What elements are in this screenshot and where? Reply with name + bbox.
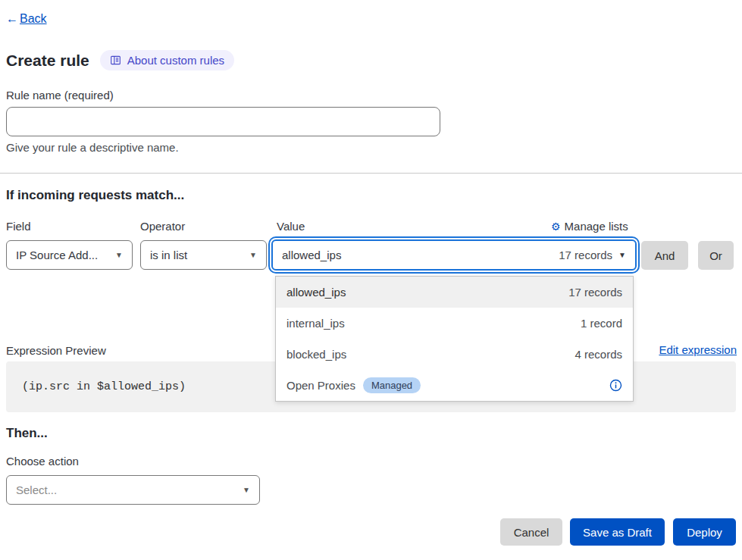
- match-section-heading: If incoming requests match...: [6, 188, 184, 203]
- list-name: blocked_ips: [286, 348, 346, 361]
- dropdown-option-open-proxies[interactable]: Open Proxies Managed: [276, 370, 633, 401]
- value-select-value: allowed_ips: [282, 249, 341, 261]
- book-icon: [110, 55, 121, 66]
- cancel-button[interactable]: Cancel: [500, 518, 562, 546]
- list-records: 17 records: [568, 286, 622, 299]
- then-section-heading: Then...: [6, 426, 48, 441]
- operator-label: Operator: [140, 220, 185, 233]
- expression-preview-label: Expression Preview: [6, 344, 106, 357]
- manage-lists-label: Manage lists: [565, 220, 628, 233]
- value-label: Value: [277, 220, 305, 233]
- list-name: internal_ips: [286, 317, 345, 330]
- managed-badge: Managed: [363, 377, 421, 393]
- edit-expression-link[interactable]: Edit expression: [659, 343, 737, 356]
- manage-lists-link[interactable]: ⚙ Manage lists: [551, 220, 637, 233]
- chevron-down-icon: ▼: [249, 251, 257, 259]
- deploy-button[interactable]: Deploy: [673, 518, 736, 546]
- expression-code: (ip.src in $allowed_ips): [22, 380, 186, 393]
- about-custom-rules-badge[interactable]: About custom rules: [100, 50, 234, 70]
- dropdown-option-blocked-ips[interactable]: blocked_ips 4 records: [276, 339, 633, 370]
- field-select-value: IP Source Add...: [16, 249, 98, 261]
- choose-action-label: Choose action: [6, 455, 79, 468]
- value-dropdown-menu: allowed_ips 17 records internal_ips 1 re…: [275, 276, 634, 402]
- action-select[interactable]: Select... ▼: [6, 475, 260, 505]
- info-icon[interactable]: [609, 379, 622, 392]
- dropdown-option-internal-ips[interactable]: internal_ips 1 record: [276, 308, 633, 339]
- dropdown-option-allowed-ips[interactable]: allowed_ips 17 records: [276, 277, 633, 308]
- page-header: Create rule About custom rules: [6, 50, 234, 70]
- rule-name-helper: Give your rule a descriptive name.: [6, 141, 179, 154]
- value-records-count: 17 records: [559, 249, 612, 261]
- or-button[interactable]: Or: [698, 241, 734, 270]
- list-records: 4 records: [575, 348, 622, 361]
- save-as-draft-button[interactable]: Save as Draft: [570, 518, 665, 546]
- operator-select-value: is in list: [150, 249, 187, 261]
- create-rule-page: ←Back Create rule About custom rules Rul…: [0, 0, 742, 560]
- list-name: allowed_ips: [286, 286, 346, 299]
- chevron-down-icon: ▼: [115, 251, 123, 259]
- list-records: 1 record: [581, 317, 622, 330]
- operator-select[interactable]: is in list ▼: [140, 240, 267, 270]
- gear-icon: ⚙: [551, 221, 561, 233]
- section-divider: [0, 173, 742, 174]
- rule-name-input[interactable]: [6, 107, 440, 136]
- and-button[interactable]: And: [641, 241, 688, 270]
- page-title: Create rule: [6, 52, 89, 70]
- field-label: Field: [6, 220, 31, 233]
- back-arrow-icon: ←: [6, 12, 18, 25]
- chevron-down-icon: ▼: [243, 486, 250, 494]
- rule-name-label: Rule name (required): [6, 89, 114, 102]
- action-select-placeholder: Select...: [16, 483, 57, 496]
- back-label: Back: [20, 12, 47, 25]
- chevron-down-icon: ▼: [618, 251, 626, 259]
- field-select[interactable]: IP Source Add... ▼: [6, 240, 133, 270]
- about-badge-label: About custom rules: [127, 54, 224, 67]
- back-link[interactable]: ←Back: [6, 12, 47, 26]
- list-name: Open Proxies: [286, 379, 355, 392]
- value-select[interactable]: allowed_ips 17 records ▼: [271, 239, 637, 271]
